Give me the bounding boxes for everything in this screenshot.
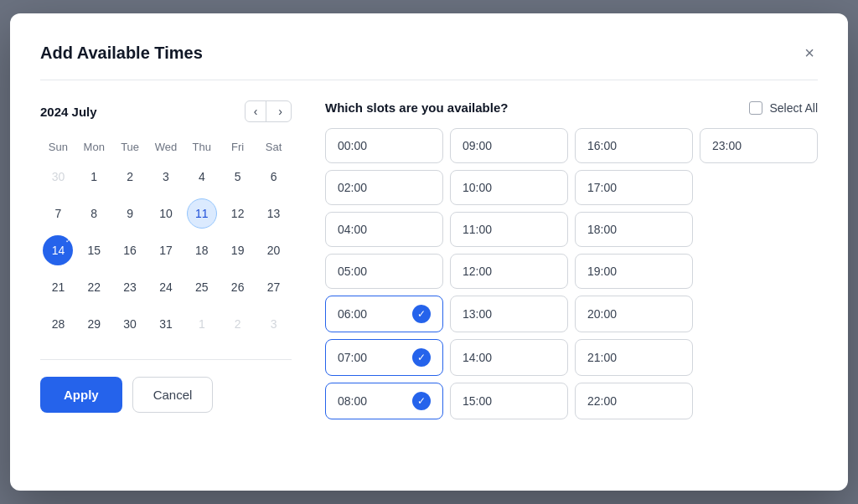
slot-1400[interactable]: 14:00 (450, 339, 568, 376)
calendar-weekday-sat: Sat (256, 136, 292, 158)
slot-0500[interactable]: 05:00 (325, 254, 443, 289)
calendar-day[interactable]: 30 (43, 162, 73, 192)
slot-1900[interactable]: 19:00 (575, 254, 693, 289)
calendar-day[interactable]: 14✓ (43, 235, 73, 265)
select-all-label[interactable]: Select All (769, 101, 818, 115)
slot-1100[interactable]: 11:00 (450, 212, 568, 247)
calendar-day[interactable]: 30 (115, 309, 145, 339)
calendar-day[interactable]: 24 (151, 272, 181, 302)
slot-2100[interactable]: 21:00 (575, 339, 693, 376)
calendar-weekday-thu: Thu (183, 136, 220, 158)
calendar-day[interactable]: 10 (151, 198, 181, 229)
calendar-day[interactable]: 4 (187, 162, 217, 192)
calendar-day[interactable]: 3 (151, 162, 181, 192)
calendar-day[interactable]: 8 (79, 198, 109, 229)
calendar-prev-button[interactable]: ‹ (246, 101, 267, 121)
calendar-day[interactable]: 27 (259, 272, 289, 302)
modal-title: Add Available Times (40, 44, 203, 63)
slots-section: Which slots are you available? Select Al… (325, 100, 818, 419)
calendar-weekday-tue: Tue (112, 136, 148, 158)
calendar-day[interactable]: 20 (259, 235, 289, 265)
calendar-day[interactable]: 1 (79, 162, 109, 192)
calendar-day[interactable]: 7 (43, 198, 73, 229)
slot-check-icon: ✓ (412, 392, 431, 410)
cancel-button[interactable]: Cancel (132, 377, 214, 413)
select-all-checkbox[interactable] (749, 101, 762, 115)
calendar-day[interactable]: 6 (259, 162, 289, 192)
calendar-day[interactable]: 28 (43, 309, 73, 339)
calendar-day[interactable]: 13 (259, 198, 289, 229)
slot-1500[interactable]: 15:00 (450, 383, 568, 419)
apply-button[interactable]: Apply (40, 377, 122, 413)
slots-question: Which slots are you available? (325, 100, 508, 115)
calendar-grid: SunMonTueWedThuFriSat 301234567891011121… (40, 136, 292, 342)
calendar-day[interactable]: 22 (79, 272, 109, 302)
slot-2200[interactable]: 22:00 (575, 383, 693, 419)
slot-1200[interactable]: 12:00 (450, 254, 568, 289)
calendar-day[interactable]: 15 (79, 235, 109, 265)
calendar-day[interactable]: 23 (115, 272, 145, 302)
calendar-day[interactable]: 21 (43, 272, 73, 302)
slot-1600[interactable]: 16:00 (575, 128, 693, 163)
modal-dialog: Add Available Times × 2024 July ‹ › SunM… (10, 13, 848, 491)
slot-1000[interactable]: 10:00 (450, 170, 568, 205)
slot-0700[interactable]: 07:00✓ (325, 339, 443, 376)
slot-1800[interactable]: 18:00 (575, 212, 693, 247)
calendar-day[interactable]: 29 (79, 309, 109, 339)
calendar-day[interactable]: 2 (223, 309, 253, 339)
calendar-day[interactable]: 9 (115, 198, 145, 229)
slots-grid: 00:0009:0016:0023:0002:0010:0017:0004:00… (325, 128, 818, 419)
slot-0600[interactable]: 06:00✓ (325, 296, 443, 332)
calendar-day[interactable]: 19 (223, 235, 253, 265)
calendar-day[interactable]: 25 (187, 272, 217, 302)
calendar-day[interactable]: 17 (151, 235, 181, 265)
slots-header: Which slots are you available? Select Al… (325, 100, 818, 115)
calendar-day[interactable]: 11 (187, 198, 217, 229)
slot-check-icon: ✓ (412, 305, 431, 323)
modal-body: 2024 July ‹ › SunMonTueWedThuFriSat 3012… (40, 100, 818, 419)
calendar-weekday-wed: Wed (148, 136, 184, 158)
calendar-next-button[interactable]: › (270, 101, 291, 121)
calendar-day[interactable]: 16 (115, 235, 145, 265)
select-all-area: Select All (749, 101, 818, 115)
slot-0200[interactable]: 02:00 (325, 170, 443, 205)
slot-2300[interactable]: 23:00 (700, 128, 818, 163)
calendar-weekday-sun: Sun (40, 136, 76, 158)
calendar-day[interactable]: 31 (151, 309, 181, 339)
calendar-day[interactable]: 5 (223, 162, 253, 192)
slot-0400[interactable]: 04:00 (325, 212, 443, 247)
calendar-header: 2024 July ‹ › (40, 100, 292, 122)
slot-2000[interactable]: 20:00 (575, 296, 693, 332)
calendar-day[interactable]: 26 (223, 272, 253, 302)
calendar-day[interactable]: 18 (187, 235, 217, 265)
overlay: Add Available Times × 2024 July ‹ › SunM… (0, 0, 858, 504)
calendar-day[interactable]: 1 (187, 309, 217, 339)
calendar-nav: ‹ › (245, 100, 292, 122)
modal-header: Add Available Times × (40, 40, 818, 80)
calendar-month-year: 2024 July (40, 105, 97, 119)
slot-0900[interactable]: 09:00 (450, 128, 568, 163)
calendar-day[interactable]: 3 (259, 309, 289, 339)
slot-check-icon: ✓ (412, 348, 431, 367)
slot-1300[interactable]: 13:00 (450, 296, 568, 332)
calendar-section: 2024 July ‹ › SunMonTueWedThuFriSat 3012… (40, 100, 292, 419)
action-buttons: Apply Cancel (40, 377, 292, 413)
calendar-day[interactable]: 2 (115, 162, 145, 192)
calendar-weekday-fri: Fri (220, 136, 256, 158)
calendar-day[interactable]: 12 (223, 198, 253, 229)
calendar-divider (40, 359, 292, 360)
slot-0000[interactable]: 00:00 (325, 128, 443, 163)
slot-0800[interactable]: 08:00✓ (325, 383, 443, 419)
close-button[interactable]: × (801, 40, 818, 66)
calendar-weekday-mon: Mon (76, 136, 112, 158)
slot-1700[interactable]: 17:00 (575, 170, 693, 205)
